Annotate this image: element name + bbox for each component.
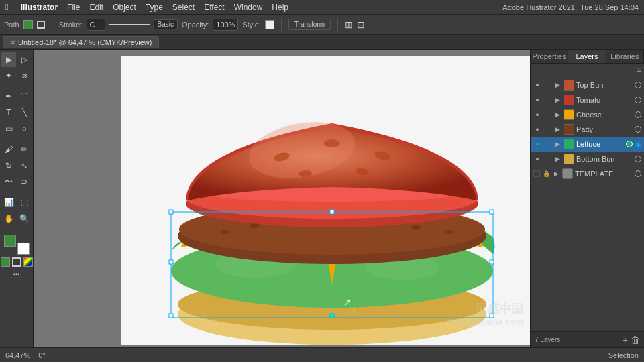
label-lettuce: Lettuce <box>576 140 624 148</box>
target-template[interactable] <box>635 170 641 177</box>
zoom-tool[interactable]: 🔍 <box>17 211 32 226</box>
opacity-input[interactable] <box>213 19 238 31</box>
expand-icon-patty[interactable]: ▶ <box>553 125 561 133</box>
tab-layers[interactable]: Layers <box>568 50 606 63</box>
visibility-icon-template[interactable] <box>533 170 540 177</box>
blend-tool[interactable]: ⊃ <box>17 174 32 189</box>
target-tomato[interactable] <box>635 97 641 103</box>
visibility-icon-tomato[interactable]: ● <box>533 96 541 104</box>
expand-icon-bottom-bun[interactable]: ▶ <box>553 155 561 163</box>
tab-properties[interactable]: Properties <box>531 50 568 63</box>
hand-tool[interactable]: ✋ <box>1 211 16 226</box>
transform-button[interactable]: Transform <box>288 19 331 30</box>
delete-layer-btn[interactable]: 🗑 <box>631 335 640 345</box>
fill-color-btn[interactable] <box>1 257 10 267</box>
layer-cheese[interactable]: ● ▶ Cheese <box>531 107 644 122</box>
menu-effect[interactable]: Effect <box>204 3 224 12</box>
ellipse-tool[interactable]: ○ <box>17 121 32 136</box>
layers-footer: 7 Layers + 🗑 <box>531 331 644 347</box>
layer-patty[interactable]: ● ▶ Patty <box>531 122 644 137</box>
menu-file[interactable]: File <box>67 3 80 12</box>
column-graph-tool[interactable]: 📊 <box>1 195 16 210</box>
expand-icon-template[interactable]: ▶ <box>552 170 560 178</box>
expand-icon-lettuce[interactable]: ▶ <box>553 140 561 148</box>
visibility-icon-lettuce[interactable]: ● <box>533 140 541 148</box>
close-tab-icon[interactable]: ✕ <box>10 39 15 46</box>
target-patty[interactable] <box>635 126 641 133</box>
visibility-icon-top-bun[interactable]: ● <box>533 81 541 89</box>
panel-menu-icon[interactable]: ≡ <box>637 65 641 74</box>
lock-icon-bottom-bun[interactable] <box>543 155 551 163</box>
tool-sep-4 <box>4 229 30 229</box>
align-right-icon[interactable]: ⊟ <box>357 19 365 30</box>
lock-icon-patty[interactable] <box>543 125 551 133</box>
target-lettuce[interactable] <box>626 141 633 147</box>
layer-tomato[interactable]: ● ▶ Tomato <box>531 93 644 107</box>
right-panels: Properties Layers Libraries ≡ ● ▶ Top Bu… <box>530 50 644 347</box>
visibility-icon-bottom-bun[interactable]: ● <box>533 155 541 163</box>
doc-tab[interactable]: ✕ Untitled-18* @ 64,47 % (CMYK/Preview) <box>3 36 159 48</box>
selected-indicator: ◉ <box>635 141 641 148</box>
foreground-color-well[interactable] <box>4 235 16 247</box>
visibility-icon-cheese[interactable]: ● <box>533 111 541 119</box>
menu-help[interactable]: Help <box>272 3 288 12</box>
menu-object[interactable]: Object <box>113 3 136 12</box>
lasso-tool[interactable]: ⌀ <box>17 68 32 83</box>
layer-template[interactable]: 🔒 ▶ TEMPLATE <box>531 166 644 181</box>
svg-rect-29 <box>169 314 173 318</box>
line-tool[interactable]: ╲ <box>17 105 32 120</box>
direct-select-tool[interactable]: ▷ <box>17 52 32 67</box>
lock-icon-template[interactable]: 🔒 <box>542 170 550 178</box>
new-layer-btn[interactable]: + <box>623 335 628 345</box>
app-name: Illustrator <box>21 3 58 12</box>
expand-icon-tomato[interactable]: ▶ <box>553 96 561 104</box>
label-patty: Patty <box>576 125 633 133</box>
target-top-bun[interactable] <box>635 82 641 88</box>
select-tool[interactable]: ▶ <box>1 52 16 67</box>
curvature-tool[interactable]: ⌒ <box>17 89 32 104</box>
lock-icon-tomato[interactable] <box>543 96 551 104</box>
stroke-color-swatch[interactable] <box>37 21 45 29</box>
menu-select[interactable]: Select <box>172 3 195 12</box>
warp-tool[interactable]: 〜 <box>1 174 16 189</box>
expand-icon-top-bun[interactable]: ▶ <box>553 81 561 89</box>
menu-type[interactable]: Type <box>146 3 163 12</box>
lock-icon-cheese[interactable] <box>543 111 551 119</box>
layer-bottom-bun[interactable]: ● ▶ Bottom Bun <box>531 152 644 166</box>
expand-icon-cheese[interactable]: ▶ <box>553 111 561 119</box>
artboard: ↗ ⊞ <box>121 56 530 345</box>
svg-rect-25 <box>330 314 334 318</box>
magic-wand-tool[interactable]: ✦ <box>1 68 16 83</box>
burger-illustration: ↗ ⊞ <box>121 56 530 345</box>
more-tools-btn[interactable]: ••• <box>13 271 19 278</box>
menubar:  Illustrator File Edit Object Type Sele… <box>0 0 644 15</box>
target-bottom-bun[interactable] <box>635 156 641 162</box>
tab-libraries[interactable]: Libraries <box>606 50 644 63</box>
svg-rect-28 <box>490 210 494 214</box>
paintbrush-tool[interactable]: 🖌 <box>1 142 16 157</box>
basic-badge: Basic <box>154 19 178 29</box>
background-color-well[interactable] <box>17 243 30 255</box>
path-label: Path <box>4 21 19 29</box>
menu-edit[interactable]: Edit <box>89 3 103 12</box>
text-tool[interactable]: T <box>1 105 16 120</box>
layer-lettuce[interactable]: ● ▶ Lettuce ◉ <box>531 137 644 152</box>
lock-icon-top-bun[interactable] <box>543 81 551 89</box>
none-color-btn[interactable] <box>12 257 21 267</box>
rect-tool[interactable]: ▭ <box>1 121 16 136</box>
scale-tool[interactable]: ⤡ <box>17 158 32 173</box>
layer-top-bun[interactable]: ● ▶ Top Bun <box>531 78 644 93</box>
lock-icon-lettuce[interactable] <box>543 140 551 148</box>
rotate-tool[interactable]: ↻ <box>1 158 16 173</box>
artboard-tool[interactable]: ⬚ <box>17 195 32 210</box>
target-cheese[interactable] <box>635 111 641 118</box>
pencil-tool[interactable]: ✏ <box>17 142 32 157</box>
align-left-icon[interactable]: ⊞ <box>345 19 353 30</box>
visibility-icon-patty[interactable]: ● <box>533 125 541 133</box>
canvas-area[interactable]: ↗ ⊞ 灵感中国 lingganchina.com <box>34 50 530 347</box>
pen-tool[interactable]: ✒ <box>1 89 16 104</box>
stroke-input[interactable] <box>87 19 105 31</box>
fill-color-swatch[interactable] <box>23 20 33 29</box>
gradient-color-btn[interactable] <box>23 257 33 267</box>
menu-window[interactable]: Window <box>234 3 263 12</box>
